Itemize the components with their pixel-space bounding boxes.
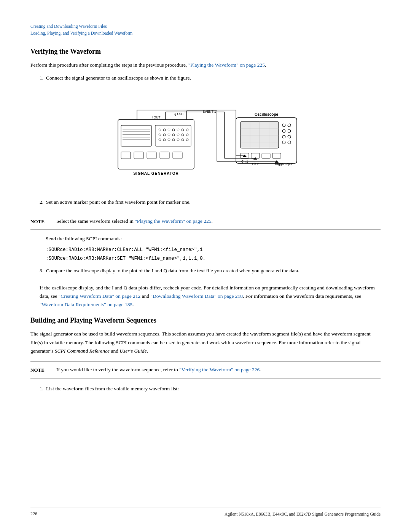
step1: 1. Connect the signal generator to an os…: [40, 74, 381, 82]
step3: 3. Compare the oscilloscope display to t…: [40, 267, 381, 309]
note1-box: NOTE Select the same waveform selected i…: [30, 213, 381, 230]
page: Creating and Downloading Waveform Files …: [0, 0, 411, 532]
breadcrumb-line1[interactable]: Creating and Downloading Waveform Files: [30, 23, 381, 30]
note1-label: NOTE: [30, 217, 50, 225]
note1-content: Select the same waveform selected in "Pl…: [56, 217, 381, 225]
svg-text:Oscilloscope: Oscilloscope: [255, 112, 279, 117]
page-number: 226: [30, 511, 37, 517]
scpi-commands: :SOURce:RADio:ARB:MARKer:CLEar:ALL "WFM1…: [46, 246, 381, 263]
section1-title: Verifying the Waveform: [30, 48, 381, 56]
section1-intro: Perform this procedure after completing …: [30, 61, 381, 69]
footer-center: Agilent N518xA, E8663B, E44x8C, and E82x…: [225, 512, 381, 516]
note2-content: If you would like to verify the waveform…: [56, 366, 381, 374]
note2-box: NOTE If you would like to verify the wav…: [30, 361, 381, 378]
svg-text:Ch 2: Ch 2: [252, 162, 259, 166]
svg-text:Trigger Input: Trigger Input: [274, 162, 293, 166]
svg-rect-0: [118, 120, 194, 169]
svg-text:SIGNAL GENERATOR: SIGNAL GENERATOR: [133, 171, 178, 176]
note1-link[interactable]: "Playing the Waveform" on page 225: [135, 218, 211, 224]
step3-link2[interactable]: "Downloading Waveform Data" on page 218: [151, 293, 243, 299]
step2: 2. Set an active marker point on the fir…: [40, 198, 381, 206]
step-final: 1. List the waveform files from the vola…: [40, 385, 381, 393]
svg-text:I OUT: I OUT: [152, 115, 161, 119]
page-footer: 226 Agilent N518xA, E8663B, E44x8C, and …: [30, 508, 381, 517]
send-label: Send the following SCPI commands:: [46, 236, 381, 242]
scpi-line2: :SOURce:RADio:ARB:MARKer:SET "WFM1:<file…: [46, 254, 381, 263]
note2-link[interactable]: "Verifying the Waveform" on page 226: [179, 367, 260, 372]
note2-label: NOTE: [30, 366, 50, 374]
diagram-figure: SIGNAL GENERATOR I OUT Q OUT EVENT 1: [91, 89, 320, 190]
breadcrumb-line2[interactable]: Loading, Playing, and Verifying a Downlo…: [30, 30, 381, 37]
scpi-line1: :SOURce:RADio:ARB:MARKer:CLEar:ALL "WFM1…: [46, 246, 381, 254]
breadcrumb: Creating and Downloading Waveform Files …: [30, 23, 381, 37]
svg-text:Q OUT: Q OUT: [174, 112, 184, 116]
section2-para1: The signal generator can be used to buil…: [30, 330, 381, 355]
step3-link1[interactable]: "Creating Waveform Data" on page 212: [59, 293, 141, 299]
section2-title: Building and Playing Waveform Sequences: [30, 316, 381, 324]
connection-diagram: SIGNAL GENERATOR I OUT Q OUT EVENT 1: [107, 89, 304, 188]
step3-link3[interactable]: "Waveform Data Requirements" on page 185: [40, 302, 132, 307]
